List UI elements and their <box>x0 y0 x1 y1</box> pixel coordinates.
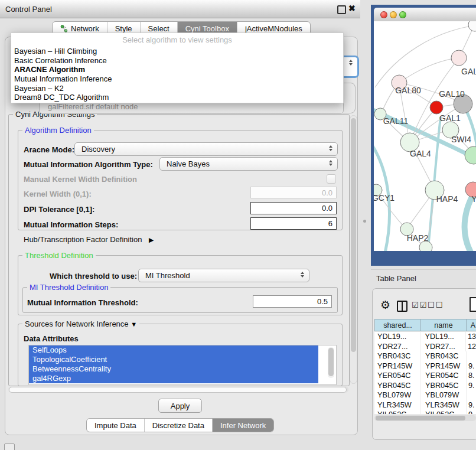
table-row[interactable]: YPR145WYPR145W9. <box>374 361 476 371</box>
network-window-titlebar[interactable] <box>374 8 476 22</box>
algorithm-menu-item[interactable]: ARACNE Algorithm <box>11 65 343 74</box>
select-all-checkboxes-icon[interactable]: ☑☑ <box>412 301 428 309</box>
import-table-icon[interactable] <box>470 297 476 312</box>
aracne-mode-combo[interactable]: Discovery <box>74 142 338 156</box>
table-row[interactable]: YDR27...YDR27...12 <box>374 342 476 352</box>
table-cell: YBL079W <box>421 390 467 400</box>
node-swi4[interactable] <box>465 146 476 164</box>
tab-label: Network <box>71 24 99 33</box>
table-row[interactable]: YBL079WYBL079W <box>374 390 476 400</box>
scrollbar-thumb[interactable] <box>328 348 334 376</box>
table-panel-title: Table Panel <box>376 274 416 283</box>
node-label: HAP4 <box>436 194 458 204</box>
tab-label: jActiveMNodules <box>245 24 302 33</box>
table-row[interactable]: YER054CYER054C8. <box>374 371 476 381</box>
close-icon[interactable]: ✖ <box>348 4 356 13</box>
tab-discretize-data[interactable]: Discretize Data <box>144 419 212 432</box>
table-cell: 9. <box>467 381 475 391</box>
kernel-width-label: Kernel Width (0,1): <box>24 190 92 198</box>
close-traffic-light[interactable] <box>380 11 387 18</box>
node-label: Y <box>471 194 476 204</box>
columns-icon[interactable] <box>397 301 407 312</box>
mi-steps-label: Mutual Information Steps: <box>24 220 118 229</box>
table-cell: 9 <box>467 410 472 414</box>
zoom-traffic-light[interactable] <box>399 11 406 18</box>
algorithm-menu-item[interactable]: Bayesian – K2 <box>11 84 343 93</box>
table-row[interactable]: YIL052CYIL052C9 <box>374 410 476 414</box>
settings-horizontal-scrollbar[interactable] <box>8 386 348 393</box>
tab-infer-network[interactable]: Infer Network <box>212 419 273 432</box>
table-cell: YBL079W <box>374 390 421 400</box>
float-icon[interactable] <box>337 5 346 14</box>
divider-handle[interactable] <box>363 220 366 223</box>
table-horizontal-scrollbar[interactable] <box>374 415 476 421</box>
mi-threshold-input[interactable]: 0.5 <box>253 295 332 308</box>
table-cell: YIL052C <box>374 410 421 414</box>
table-cell: 12 <box>466 342 476 352</box>
table-row[interactable]: YDL19...YDL19...13 <box>374 332 476 342</box>
column-header-name[interactable]: name <box>420 319 467 331</box>
scrollbar-thumb[interactable] <box>9 387 347 393</box>
dpi-tolerance-input[interactable]: 0.0 <box>250 202 337 214</box>
table-row[interactable]: YBR045CYBR045C9. <box>374 381 476 391</box>
settings-vertical-scrollbar[interactable] <box>350 115 357 384</box>
which-threshold-combo[interactable]: MI Threshold <box>138 269 309 282</box>
panel-divider[interactable] <box>360 0 371 450</box>
algorithm-menu-item[interactable]: Bayesian – Hill Climbing <box>11 47 343 56</box>
mi-steps-input[interactable]: 6 <box>250 217 337 230</box>
scrollbar-thumb[interactable] <box>376 416 465 420</box>
table-cell: YPR145W <box>374 361 421 371</box>
tab-label: Cyni Toolbox <box>185 24 229 33</box>
which-threshold-label: Which threshold to use: <box>50 272 137 281</box>
table-cell: YER054C <box>374 371 421 381</box>
table-cell: YBR043C <box>374 351 421 361</box>
algorithm-menu-item[interactable]: Basic Correlation Inference <box>11 56 343 66</box>
tab-label: Impute Data <box>94 421 136 430</box>
attribute-list-item[interactable]: BetweennessCentrality <box>29 364 318 374</box>
node-label: GAL80 <box>395 86 421 95</box>
node[interactable] <box>468 21 476 31</box>
minimized-panel-icon[interactable] <box>4 444 15 450</box>
node-red[interactable] <box>430 101 443 114</box>
table-cell: YDL19... <box>420 332 465 342</box>
aracne-mode-value: Discovery <box>81 145 115 154</box>
hub-section-toggle[interactable]: Hub/Transcription Factor Definition ▶ <box>24 235 154 244</box>
table-cell: YPR145W <box>421 361 467 371</box>
algorithm-menu-item[interactable]: Mutual Information Inference <box>11 74 343 84</box>
attribute-list-item[interactable]: SelfLoops <box>29 345 318 355</box>
gear-icon[interactable]: ⚙ <box>380 298 390 312</box>
table-row[interactable]: YLR345WYLR345W9. <box>374 400 476 410</box>
chevron-down-icon: ▼ <box>131 321 137 328</box>
column-header-partial[interactable]: A <box>466 319 476 331</box>
table-row[interactable]: YBR043CYBR043C <box>374 351 476 361</box>
data-attributes-list-items: SelfLoopsTopologicalCoefficientBetweenne… <box>29 345 336 383</box>
cyni-bottom-tabs: Impute Data Discretize Data Infer Networ… <box>86 418 274 432</box>
attribute-list-item[interactable]: gal4RGexp <box>29 374 318 383</box>
tab-label: Discretize Data <box>152 421 204 430</box>
table-cell: YER054C <box>421 371 467 381</box>
application-window: Control Panel ✖ Network Style Select Cyn… <box>0 0 476 450</box>
aracne-mode-label: Aracne Mode: <box>24 145 74 154</box>
scrollbar-thumb[interactable] <box>351 118 356 352</box>
minimize-traffic-light[interactable] <box>390 11 397 18</box>
column-header-shared-name[interactable]: shared... <box>374 319 421 331</box>
node-gal7[interactable] <box>451 50 467 66</box>
manual-kernel-checkbox[interactable] <box>327 174 336 184</box>
sources-title-toggle[interactable]: Sources for Network Inference ▼ <box>22 319 139 328</box>
table-cell: YDR27... <box>420 342 465 352</box>
list-vertical-scrollbar[interactable] <box>328 347 334 378</box>
algorithm-dropdown-popup: Select algorithm to view settings Bayesi… <box>11 32 344 103</box>
node-label: SWI4 <box>451 135 471 144</box>
tab-label: Style <box>115 24 132 33</box>
algorithm-menu-item[interactable]: Dream8 DC_TDC Algorithm <box>11 93 343 102</box>
mi-type-combo[interactable]: Naive Bayes <box>159 157 338 171</box>
network-icon <box>60 25 68 32</box>
apply-button[interactable]: Apply <box>158 399 202 413</box>
tab-label: Infer Network <box>220 421 266 430</box>
kernel-width-input[interactable]: 0.0 <box>250 187 337 198</box>
deselect-all-checkboxes-icon[interactable]: ☐☐ <box>428 301 444 309</box>
tab-impute-data[interactable]: Impute Data <box>87 419 144 432</box>
attribute-list-item[interactable]: TopologicalCoefficient <box>29 355 318 364</box>
network-canvas[interactable]: GALGAL80GAL10GAL1GAL11SWI4GAL4GCY1HAP4YH… <box>374 21 476 251</box>
node-label: GAL1 <box>439 113 461 123</box>
